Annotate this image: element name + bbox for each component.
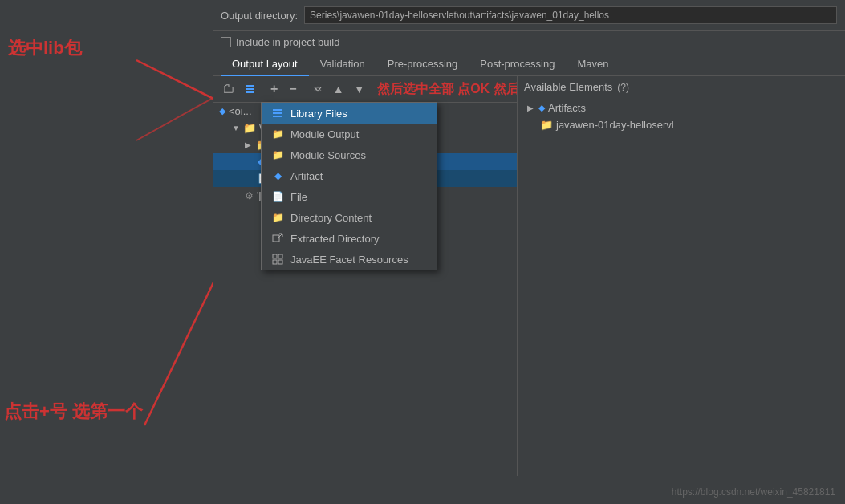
diamond-icon: ◆ xyxy=(219,106,225,116)
svg-rect-6 xyxy=(246,88,254,90)
bottom-annotation: 点击+号 选第一个 xyxy=(4,400,143,424)
tab-maven[interactable]: Maven xyxy=(566,53,620,76)
output-dir-value[interactable]: Series\javawen-01day-helloservlet\out\ar… xyxy=(304,6,837,24)
output-dir-row: Output directory: Series\javawen-01day-h… xyxy=(213,0,845,31)
dir-content-icon: 📁 xyxy=(271,211,284,224)
toolbar-folder-btn[interactable] xyxy=(219,79,238,99)
include-row: Include in project build xyxy=(213,31,845,53)
tab-validation[interactable]: Validation xyxy=(309,53,376,76)
toolbar-down-btn[interactable]: ▼ xyxy=(350,79,369,99)
right-tree-artifacts[interactable]: ▶ ◆ Artifacts xyxy=(524,100,839,116)
svg-rect-14 xyxy=(273,260,277,264)
dropdown-file[interactable]: 📄 File xyxy=(262,186,437,207)
dropdown-menu: Library Files 📁 Module Output 📁 Module S… xyxy=(261,102,437,270)
dropdown-dir-content[interactable]: 📁 Directory Content xyxy=(262,207,437,228)
artifact-icon: ◆ xyxy=(271,169,284,182)
toolbar-up-btn[interactable]: ▲ xyxy=(329,79,348,99)
right-artifacts-label: Artifacts xyxy=(548,102,586,114)
toolbar-add-btn[interactable]: + xyxy=(266,79,282,99)
dropdown-extracted-dir[interactable]: Extracted Directory xyxy=(262,228,437,249)
svg-rect-7 xyxy=(246,91,254,93)
dropdown-library-files[interactable]: Library Files xyxy=(262,103,437,124)
dropdown-library-files-label: Library Files xyxy=(290,108,347,120)
right-expand-arrow: ▶ xyxy=(527,104,535,112)
expand-arrow-w: ▼ xyxy=(232,124,240,132)
settings-icon: ⚙ xyxy=(245,190,254,201)
help-icon[interactable]: (?) xyxy=(617,82,629,93)
toolbar-bars-btn[interactable] xyxy=(240,79,259,99)
javaee-facet-icon xyxy=(271,253,284,266)
inline-annotation: 然后选中全部 点OK 然后OK xyxy=(377,81,518,98)
dropdown-dir-content-label: Directory Content xyxy=(290,212,372,224)
dropdown-file-label: File xyxy=(290,191,307,203)
folder-icon-w: 📁 xyxy=(243,122,256,134)
dropdown-artifact-label: Artifact xyxy=(290,170,323,182)
dropdown-javaee-facet[interactable]: JavaEE Facet Resources xyxy=(262,249,437,270)
svg-rect-11 xyxy=(273,235,279,242)
include-label: Include in project build xyxy=(236,36,339,48)
svg-rect-4 xyxy=(224,87,233,92)
dropdown-javaee-facet-label: JavaEE Facet Resources xyxy=(290,254,408,266)
top-annotation: 选中lib包 xyxy=(8,36,82,60)
output-dir-label: Output directory: xyxy=(221,10,298,22)
dropdown-module-sources-label: Module Sources xyxy=(290,149,366,161)
toolbar-row: + − ▲ ▼ 然后选中全部 点OK 然后OK xyxy=(213,76,517,103)
right-folder-icon: 📁 xyxy=(540,119,553,131)
extracted-dir-icon xyxy=(271,232,284,245)
bottom-url: https://blog.csdn.net/weixin_45821811 xyxy=(672,486,835,498)
tab-pre-processing[interactable]: Pre-processing xyxy=(376,53,469,76)
dropdown-module-sources[interactable]: 📁 Module Sources xyxy=(262,144,437,165)
dropdown-module-output[interactable]: 📁 Module Output xyxy=(262,124,437,144)
dropdown-module-output-label: Module Output xyxy=(290,128,359,140)
right-tree-javawen[interactable]: 📁 javawen-01day-helloservl xyxy=(524,116,839,133)
content-area: + − ▲ ▼ 然后选中全部 点OK 然后OK ◆ <oi... xyxy=(213,76,845,476)
toolbar-sort-btn[interactable] xyxy=(308,79,327,99)
toolbar-remove-btn[interactable]: − xyxy=(284,79,301,99)
tree-panel: + − ▲ ▼ 然后选中全部 点OK 然后OK ◆ <oi... xyxy=(213,76,518,476)
dropdown-artifact[interactable]: ◆ Artifact xyxy=(262,165,437,186)
tree-item-oi-label: <oi... xyxy=(229,105,252,117)
svg-rect-12 xyxy=(273,254,277,258)
svg-rect-10 xyxy=(273,116,282,117)
right-diamond-icon: ◆ xyxy=(538,103,545,113)
available-title: Available Elements xyxy=(524,81,612,93)
right-javawen-label: javawen-01day-helloservl xyxy=(556,119,674,131)
tabs-row: Output Layout Validation Pre-processing … xyxy=(213,53,845,76)
dropdown-extracted-dir-label: Extracted Directory xyxy=(290,233,380,245)
svg-rect-9 xyxy=(273,112,282,114)
library-files-icon xyxy=(271,107,284,120)
include-checkbox[interactable] xyxy=(221,37,231,47)
file-icon-dd: 📄 xyxy=(271,190,284,203)
module-sources-icon: 📁 xyxy=(271,148,284,161)
right-panel: Available Elements (?) ▶ ◆ Artifacts 📁 j… xyxy=(518,76,845,476)
tab-post-processing[interactable]: Post-processing xyxy=(469,53,566,76)
expand-arrow-ws: ▶ xyxy=(245,140,253,149)
module-output-icon: 📁 xyxy=(271,128,284,140)
available-header: Available Elements (?) xyxy=(524,81,839,93)
svg-rect-15 xyxy=(278,260,282,264)
tab-output-layout[interactable]: Output Layout xyxy=(221,53,309,76)
svg-rect-13 xyxy=(278,254,282,258)
svg-rect-5 xyxy=(246,85,254,87)
svg-rect-8 xyxy=(273,109,282,111)
